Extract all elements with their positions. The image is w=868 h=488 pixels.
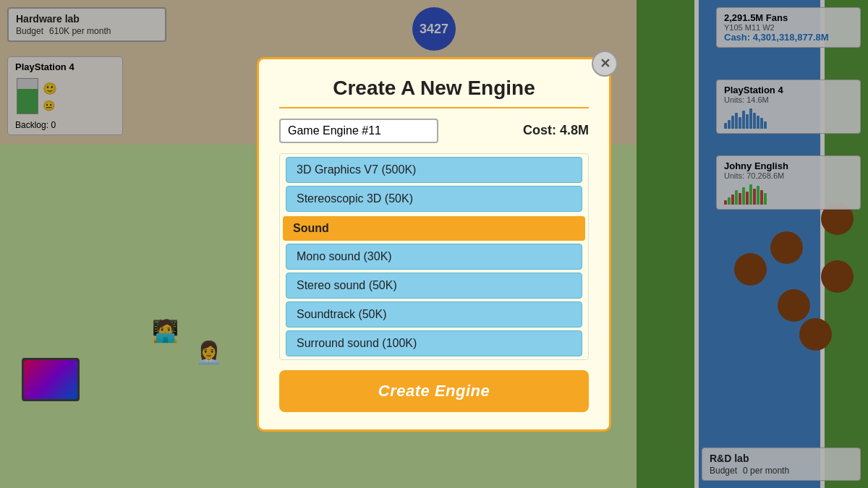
feature-category: Sound — [283, 216, 585, 241]
engine-name-input[interactable] — [279, 119, 438, 143]
create-engine-modal: ✕ Create A New Engine Cost: 4.8M 3D Grap… — [257, 57, 611, 432]
name-cost-row: Cost: 4.8M — [279, 119, 589, 143]
feature-item[interactable]: Soundtrack (50K) — [286, 301, 582, 328]
feature-item[interactable]: Surround sound (100K) — [286, 330, 582, 356]
modal-close-button[interactable]: ✕ — [592, 51, 618, 77]
create-engine-button[interactable]: Create Engine — [279, 370, 589, 412]
feature-item[interactable]: 3D Graphics V7 (500K) — [286, 157, 582, 183]
cost-label: Cost: 4.8M — [523, 123, 589, 138]
feature-item[interactable]: Stereoscopic 3D (50K) — [286, 186, 582, 212]
feature-list[interactable]: 3D Graphics V7 (500K)Stereoscopic 3D (50… — [279, 153, 589, 360]
feature-item[interactable]: Mono sound (30K) — [286, 244, 582, 270]
feature-item[interactable]: Stereo sound (50K) — [286, 273, 582, 299]
modal-title: Create A New Engine — [279, 77, 589, 108]
create-button-label: Create Engine — [378, 382, 490, 400]
close-icon: ✕ — [600, 56, 610, 72]
modal-overlay: ✕ Create A New Engine Cost: 4.8M 3D Grap… — [0, 0, 868, 488]
